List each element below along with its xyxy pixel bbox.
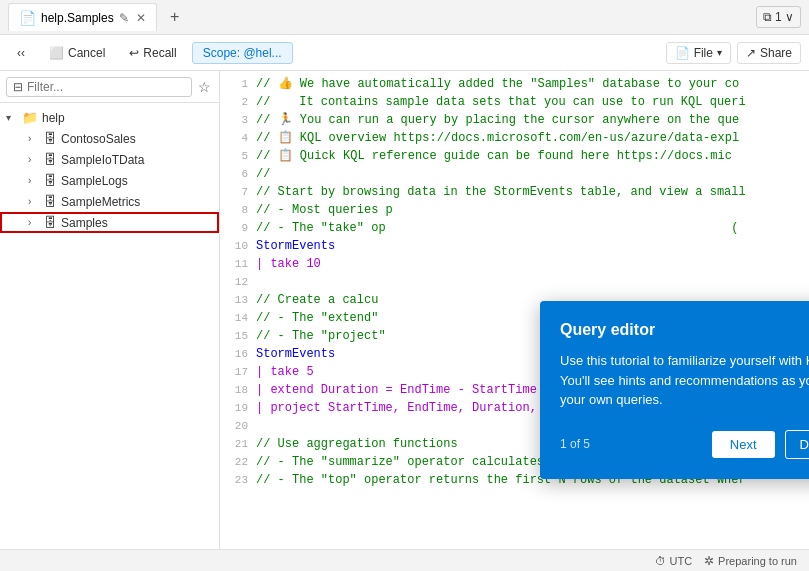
line-code: // 🏃 You can run a query by placing the …: [256, 111, 739, 129]
line-number: 23: [228, 471, 256, 489]
cancel-label: Cancel: [68, 46, 105, 60]
sidebar-item-label: Samples: [61, 216, 108, 230]
sidebar-item-label: help: [42, 111, 65, 125]
sidebar-item-label: SampleIoTData: [61, 153, 144, 167]
line-code: // - The "take" op (: [256, 219, 738, 237]
line-number: 5: [228, 147, 256, 165]
utc-status: ⏱ UTC: [655, 555, 693, 567]
share-button[interactable]: ↗ Share: [737, 42, 801, 64]
sidebar-item-contososales[interactable]: › 🗄 ContosoSales: [0, 128, 219, 149]
cancel-icon: ⬜: [49, 46, 64, 60]
spinner-icon: ✲: [704, 554, 714, 568]
file-button[interactable]: 📄 File ▾: [666, 42, 731, 64]
code-line: 8// - Most queries p: [220, 201, 809, 219]
recall-button[interactable]: ↩ Recall: [120, 42, 185, 64]
line-code: | take 5: [256, 363, 314, 381]
line-number: 8: [228, 201, 256, 219]
scope-selector[interactable]: Scope: @hel...: [192, 42, 293, 64]
scope-label: Scope: @hel...: [203, 46, 282, 60]
line-code: // It contains sample data sets that you…: [256, 93, 746, 111]
line-number: 7: [228, 183, 256, 201]
line-code: // - Most queries p: [256, 201, 645, 219]
line-code: // Create a calcu: [256, 291, 378, 309]
main-content: ⊟ ☆ ▾ 📁 help › 🗄 ContosoSales › 🗄 Sam: [0, 71, 809, 549]
line-number: 2: [228, 93, 256, 111]
database-icon: 🗄: [44, 173, 57, 188]
line-number: 19: [228, 399, 256, 417]
chevron-down-icon: ▾: [6, 112, 22, 123]
utc-label: UTC: [670, 555, 693, 567]
line-code: //: [256, 165, 270, 183]
sidebar-tree: ▾ 📁 help › 🗄 ContosoSales › 🗄 SampleIoTD…: [0, 103, 219, 549]
line-code: StormEvents: [256, 237, 335, 255]
line-number: 13: [228, 291, 256, 309]
sidebar-item-label: SampleMetrics: [61, 195, 140, 209]
next-button[interactable]: Next: [712, 431, 775, 458]
line-number: 11: [228, 255, 256, 273]
dialog-title: Query editor: [560, 321, 809, 339]
editor-area: 1// 👍 We have automatically added the "S…: [220, 71, 809, 549]
line-code: StormEvents: [256, 345, 335, 363]
add-tab-button[interactable]: +: [163, 5, 187, 29]
code-line: 10StormEvents: [220, 237, 809, 255]
sidebar-item-sampleiotdata[interactable]: › 🗄 SampleIoTData: [0, 149, 219, 170]
share-label: Share: [760, 46, 792, 60]
dismiss-button[interactable]: Dismiss: [785, 430, 810, 459]
code-line: 5// 📋 Quick KQL reference guide can be f…: [220, 147, 809, 165]
sidebar-item-help[interactable]: ▾ 📁 help: [0, 107, 219, 128]
recall-label: Recall: [143, 46, 176, 60]
chevron-right-icon: ›: [28, 196, 44, 207]
line-code: // Use aggregation functions: [256, 435, 458, 453]
tab-close-icon[interactable]: ✕: [136, 11, 146, 25]
chevron-right-icon: ›: [28, 133, 44, 144]
code-line: 1// 👍 We have automatically added the "S…: [220, 75, 809, 93]
code-line: 3// 🏃 You can run a query by placing the…: [220, 111, 809, 129]
recall-icon: ↩: [129, 46, 139, 60]
line-number: 1: [228, 75, 256, 93]
toolbar: ‹‹ ⬜ Cancel ↩ Recall Scope: @hel... 📄 Fi…: [0, 35, 809, 71]
chevron-left-icon: ‹‹: [17, 46, 25, 60]
line-number: 3: [228, 111, 256, 129]
chevron-right-icon: ›: [28, 217, 44, 228]
sidebar-item-samplemetrics[interactable]: › 🗄 SampleMetrics: [0, 191, 219, 212]
line-code: // 📋 KQL overview https://docs.microsoft…: [256, 129, 739, 147]
line-number: 20: [228, 417, 256, 435]
database-icon: 🗄: [44, 194, 57, 209]
left-chevron-button[interactable]: ‹‹: [8, 42, 34, 64]
copy-count: 1 ∨: [775, 10, 794, 24]
line-number: 4: [228, 129, 256, 147]
file-label: File: [694, 46, 713, 60]
cancel-button[interactable]: ⬜ Cancel: [40, 42, 114, 64]
line-code: // Start by browsing data in the StormEv…: [256, 183, 746, 201]
line-code: // 👍 We have automatically added the "Sa…: [256, 75, 739, 93]
filter-input[interactable]: [27, 80, 185, 94]
code-line: 12: [220, 273, 809, 291]
tab-edit-icon[interactable]: ✎: [119, 11, 129, 25]
database-icon: 🗄: [44, 131, 57, 146]
clock-icon: ⏱: [655, 555, 666, 567]
code-line: 9// - The "take" op (: [220, 219, 809, 237]
filter-input-wrap[interactable]: ⊟: [6, 77, 192, 97]
line-number: 6: [228, 165, 256, 183]
chevron-right-icon: ›: [28, 154, 44, 165]
filter-icon: ⊟: [13, 80, 23, 94]
code-line: 7// Start by browsing data in the StormE…: [220, 183, 809, 201]
code-line: 4// 📋 KQL overview https://docs.microsof…: [220, 129, 809, 147]
code-line: 6//: [220, 165, 809, 183]
active-tab[interactable]: 📄 help.Samples ✎ ✕: [8, 3, 157, 31]
tab-label: help.Samples: [41, 11, 114, 25]
line-code: | take 10: [256, 255, 321, 273]
pin-icon[interactable]: ☆: [196, 77, 213, 97]
line-number: 15: [228, 327, 256, 345]
sidebar: ⊟ ☆ ▾ 📁 help › 🗄 ContosoSales › 🗄 Sam: [0, 71, 220, 549]
preparing-status: ✲ Preparing to run: [704, 554, 797, 568]
sidebar-item-samples[interactable]: › 🗄 Samples: [0, 212, 219, 233]
line-code: | extend Duration = EndTime - StartTime: [256, 381, 537, 399]
line-number: 17: [228, 363, 256, 381]
copy-tab-button[interactable]: ⧉ 1 ∨: [756, 6, 801, 28]
sidebar-item-samplelogs[interactable]: › 🗄 SampleLogs: [0, 170, 219, 191]
line-code: // - The "project": [256, 327, 386, 345]
statusbar: ⏱ UTC ✲ Preparing to run: [0, 549, 809, 571]
file-icon: 📄: [675, 46, 690, 60]
tab-icon: 📄: [19, 10, 36, 26]
